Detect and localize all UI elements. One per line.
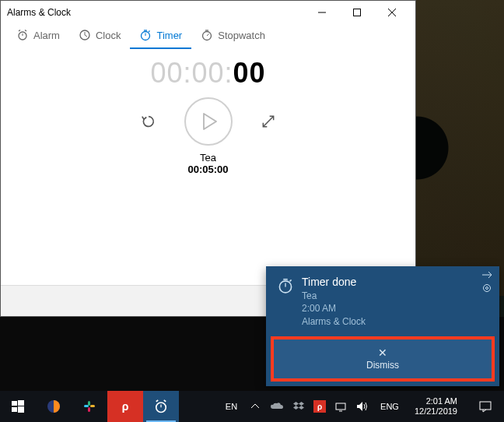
tab-stopwatch[interactable]: Stopwatch — [191, 24, 275, 49]
timer-display-active: 00 — [233, 57, 266, 89]
toast-expand-button[interactable] — [482, 271, 493, 279]
taskbar-app-slack[interactable] — [72, 391, 107, 422]
svg-point-26 — [486, 287, 488, 289]
alarm-icon — [153, 399, 169, 414]
tray-app-p[interactable]: ρ — [313, 400, 326, 413]
action-center-button[interactable] — [470, 391, 501, 422]
svg-rect-1 — [353, 9, 360, 16]
start-button[interactable] — [0, 391, 36, 422]
reset-icon — [140, 113, 157, 130]
timer-name: Tea — [1, 152, 415, 164]
close-icon: ✕ — [378, 347, 387, 358]
tab-label: Alarm — [33, 30, 60, 41]
svg-rect-47 — [480, 402, 491, 410]
dropbox-icon[interactable] — [292, 402, 306, 411]
expand-button[interactable] — [256, 109, 281, 134]
firefox-icon — [46, 399, 61, 414]
alarm-icon — [16, 29, 29, 41]
reset-button[interactable] — [136, 109, 161, 134]
svg-marker-41 — [299, 402, 304, 406]
maximize-button[interactable] — [339, 1, 374, 24]
svg-line-38 — [156, 400, 159, 402]
taskbar-date: 12/21/2019 — [415, 406, 457, 417]
svg-line-19 — [263, 116, 273, 126]
svg-rect-30 — [18, 406, 24, 413]
svg-line-23 — [290, 280, 292, 281]
onedrive-icon[interactable] — [270, 403, 284, 410]
volume-icon[interactable] — [355, 402, 369, 411]
language-indicator[interactable]: ENG — [377, 402, 402, 411]
svg-rect-44 — [336, 403, 345, 410]
minimize-button[interactable] — [304, 1, 339, 24]
taskbar-clock[interactable]: 2:01 AM 12/21/2019 — [410, 396, 462, 417]
svg-line-10 — [85, 35, 87, 37]
dismiss-label: Dismiss — [366, 360, 399, 371]
timer-display-inactive: 00:00: — [150, 57, 233, 89]
svg-marker-43 — [299, 406, 304, 410]
timer-icon — [277, 277, 294, 294]
toast-settings-button[interactable] — [482, 283, 493, 293]
svg-line-39 — [164, 400, 166, 402]
svg-rect-28 — [18, 400, 24, 406]
tab-label: Stopwatch — [218, 30, 265, 41]
toast-title: Timer done — [302, 276, 366, 288]
svg-rect-35 — [88, 407, 90, 412]
svg-rect-34 — [88, 401, 90, 406]
app-p-icon: ρ — [122, 400, 129, 413]
tab-label: Timer — [156, 30, 182, 41]
svg-rect-29 — [12, 407, 17, 412]
svg-marker-40 — [293, 402, 299, 406]
tray-overflow-button[interactable] — [248, 403, 262, 410]
svg-line-7 — [25, 30, 26, 32]
taskbar: ρ EN ρ ENG 2:01 AM 12/21/2019 — [0, 391, 504, 422]
window-title: Alarms & Clock — [7, 7, 304, 18]
slack-icon — [82, 399, 96, 413]
ime-indicator[interactable]: EN — [222, 402, 240, 411]
svg-marker-46 — [357, 402, 362, 411]
svg-rect-33 — [90, 405, 95, 407]
svg-line-16 — [207, 34, 209, 37]
tab-alarm[interactable]: Alarm — [7, 24, 69, 49]
svg-line-14 — [149, 31, 150, 33]
play-icon — [202, 113, 218, 130]
taskbar-time: 2:01 AM — [415, 396, 457, 406]
toast-dismiss-button[interactable]: ✕ Dismiss — [271, 336, 495, 382]
network-icon[interactable] — [334, 401, 348, 412]
play-button[interactable] — [184, 97, 233, 146]
toast-time: 2:00 AM — [302, 302, 366, 315]
svg-marker-42 — [293, 406, 299, 410]
svg-rect-27 — [12, 401, 17, 406]
clock-icon — [79, 29, 91, 41]
windows-icon — [12, 400, 24, 413]
svg-line-6 — [19, 30, 20, 32]
notification-toast[interactable]: Timer done Tea 2:00 AM Alarms & Clock ✕ … — [266, 266, 499, 386]
toast-subtitle: Tea — [302, 290, 366, 303]
svg-point-25 — [484, 284, 491, 291]
taskbar-app-alarms-clock[interactable] — [143, 391, 179, 422]
taskbar-app-p[interactable]: ρ — [107, 391, 143, 422]
timer-panel: 00:00:00 Tea 00:05:00 — [1, 49, 415, 175]
tab-bar: Alarm Clock Timer Stopwatch — [1, 24, 415, 49]
tab-clock[interactable]: Clock — [69, 24, 131, 49]
window-titlebar[interactable]: Alarms & Clock — [1, 1, 415, 24]
timer-icon — [139, 29, 152, 41]
notification-icon — [479, 400, 492, 413]
timer-display: 00:00:00 — [1, 57, 415, 90]
timer-duration: 00:05:00 — [1, 164, 415, 175]
tab-label: Clock — [96, 30, 121, 41]
taskbar-app-firefox[interactable] — [36, 391, 72, 422]
tab-timer[interactable]: Timer — [130, 24, 191, 49]
svg-marker-18 — [204, 114, 216, 129]
expand-icon — [261, 114, 276, 129]
toast-source: Alarms & Clock — [302, 315, 366, 329]
stopwatch-icon — [201, 29, 213, 41]
svg-rect-32 — [84, 405, 89, 407]
close-button[interactable] — [374, 1, 409, 24]
